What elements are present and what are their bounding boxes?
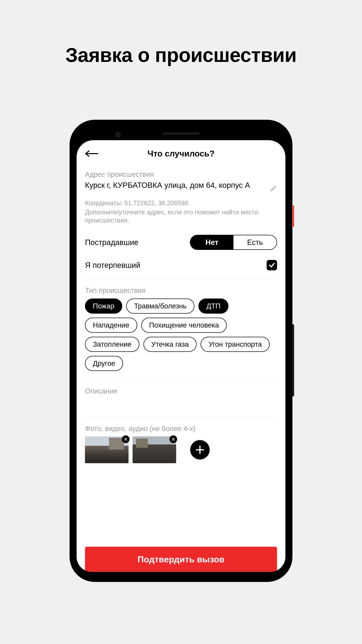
phone-speaker <box>163 132 199 135</box>
incident-chip-3[interactable]: Нападение <box>85 318 137 333</box>
add-media-button[interactable] <box>190 440 210 460</box>
plus-icon <box>195 445 205 454</box>
address-value: Курск г, КУРБАТОВКА улица, дом 64, корпу… <box>85 180 266 190</box>
screen-title: Что случилось? <box>77 149 285 158</box>
close-icon <box>124 437 128 441</box>
address-row[interactable]: Курск г, КУРБАТОВКА улица, дом 64, корпу… <box>85 180 277 192</box>
victims-label: Пострадавшие <box>85 238 138 247</box>
page-heading: Заявка о происшествии <box>0 44 362 66</box>
victims-toggle: Нет Есть <box>190 235 277 250</box>
self-victim-checkbox[interactable] <box>267 260 277 270</box>
address-label: Адрес происшествия <box>85 170 277 178</box>
phone-camera <box>115 132 121 138</box>
divider <box>85 417 277 417</box>
incident-chip-6[interactable]: Утечка газа <box>143 337 197 352</box>
app-header: Что случилось? <box>77 140 285 164</box>
media-thumbnail-2[interactable] <box>133 436 176 463</box>
app-screen: Что случилось? Адрес происшествия Курск … <box>77 140 285 572</box>
media-row <box>85 436 277 463</box>
phone-notch <box>77 127 285 140</box>
address-hint: Дополните/уточните адрес, если это помож… <box>85 208 277 225</box>
victims-option-no[interactable]: Нет <box>190 235 233 250</box>
remove-media-button[interactable] <box>169 435 177 443</box>
divider <box>85 279 277 279</box>
incident-chip-5[interactable]: Затопление <box>85 337 139 352</box>
incident-chip-2[interactable]: ДТП <box>198 298 228 314</box>
confirm-button[interactable]: Подтвердить вызов <box>85 547 277 572</box>
phone-power-button <box>292 205 294 227</box>
content-area: Адрес происшествия Курск г, КУРБАТОВКА у… <box>77 164 285 572</box>
victims-option-yes[interactable]: Есть <box>233 235 277 250</box>
incident-type-label: Тип происшествия <box>85 286 277 294</box>
phone-frame: Что случилось? Адрес происшествия Курск … <box>69 120 293 582</box>
self-victim-row: Я потерпевший <box>85 260 277 270</box>
close-icon <box>171 437 175 441</box>
media-thumbnail-1[interactable] <box>85 436 129 463</box>
self-victim-label: Я потерпевший <box>85 260 140 270</box>
check-icon <box>269 262 275 268</box>
back-button[interactable] <box>85 148 100 159</box>
incident-chip-4[interactable]: Похищение человека <box>141 318 227 333</box>
divider <box>85 379 277 380</box>
remove-media-button[interactable] <box>122 435 130 443</box>
phone-volume-button <box>292 324 294 396</box>
arrow-left-icon <box>85 150 98 157</box>
incident-chip-1[interactable]: Травма/болезнь <box>126 298 195 314</box>
coordinates-text: Координаты: 51.722622, 36.206598 <box>85 200 277 207</box>
media-label: Фото, видео, аудио (не более 4-х) <box>85 425 277 433</box>
description-label[interactable]: Описание <box>85 387 277 395</box>
incident-type-chips: ПожарТравма/болезньДТПНападениеПохищение… <box>85 298 277 371</box>
incident-chip-8[interactable]: Другое <box>85 356 123 371</box>
incident-chip-7[interactable]: Угон транспорта <box>201 337 270 352</box>
victims-row: Пострадавшие Нет Есть <box>85 235 277 250</box>
pencil-icon <box>270 185 277 192</box>
incident-chip-0[interactable]: Пожар <box>85 298 122 314</box>
